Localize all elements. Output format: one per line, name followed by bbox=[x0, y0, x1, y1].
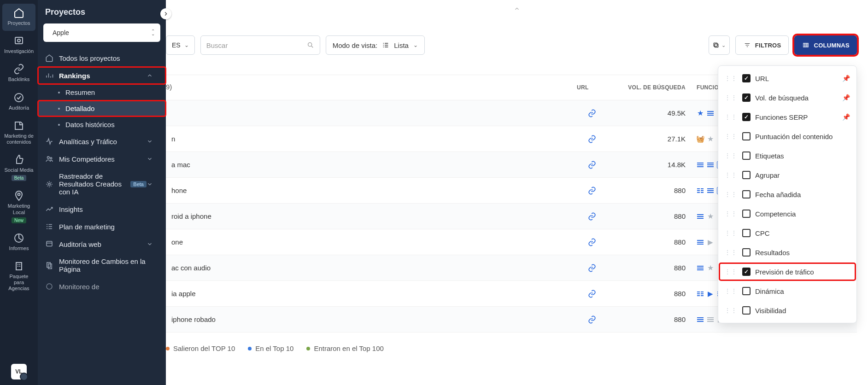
filters-button[interactable]: FILTROS bbox=[735, 35, 789, 55]
columns-button[interactable]: COLUMNAS bbox=[794, 35, 857, 55]
web-audit-icon bbox=[45, 240, 53, 248]
cell-volume: 49.5K bbox=[613, 109, 691, 117]
rail-item-auditoria[interactable]: Auditoría bbox=[2, 88, 35, 116]
drag-handle-icon[interactable]: ⋮⋮ bbox=[725, 230, 738, 236]
cell-url[interactable] bbox=[571, 109, 613, 118]
sidebar-item-auditoria-web[interactable]: Auditoría web bbox=[38, 235, 166, 253]
column-option[interactable]: ⋮⋮Visibilidad bbox=[718, 301, 856, 320]
drag-handle-icon[interactable]: ⋮⋮ bbox=[725, 114, 738, 120]
language-dropdown[interactable]: ES ⌄ bbox=[166, 35, 195, 55]
drag-handle-icon[interactable]: ⋮⋮ bbox=[725, 152, 738, 159]
sidebar-item-todos-proyectos[interactable]: Todos los proyectos bbox=[38, 49, 166, 67]
drag-handle-icon[interactable]: ⋮⋮ bbox=[725, 249, 738, 256]
rail-item-marketing-contenidos[interactable]: Marketing de contenidos bbox=[2, 117, 35, 150]
sidebar-item-rastreador-ia[interactable]: Rastreador de Resultados Creados con IA … bbox=[38, 168, 166, 200]
location-icon bbox=[13, 190, 24, 201]
sidebar-item-competidores[interactable]: Mis Competidores bbox=[38, 150, 166, 168]
sidebar-item-plan-marketing[interactable]: Plan de marketing bbox=[38, 218, 166, 235]
rail-item-paquete-agencias[interactable]: Paquete para Agencias bbox=[2, 257, 35, 297]
column-option[interactable]: ⋮⋮Puntuación del contenido bbox=[718, 127, 856, 146]
cell-volume: 880 bbox=[613, 290, 691, 298]
column-label: CPC bbox=[755, 229, 850, 237]
column-option[interactable]: ⋮⋮Fecha añadida bbox=[718, 185, 856, 204]
checkbox[interactable] bbox=[742, 152, 751, 160]
user-avatar[interactable]: VL bbox=[11, 364, 27, 379]
checkbox[interactable] bbox=[742, 210, 751, 218]
drag-handle-icon[interactable]: ⋮⋮ bbox=[725, 94, 738, 101]
cell-url[interactable] bbox=[571, 186, 613, 195]
column-option[interactable]: ⋮⋮Competencia bbox=[718, 204, 856, 223]
column-option[interactable]: ⋮⋮Vol. de búsqueda📌 bbox=[718, 88, 856, 107]
updown-icon: ⌃⌄ bbox=[151, 30, 155, 35]
search-input[interactable] bbox=[206, 41, 307, 49]
drag-handle-icon[interactable]: ⋮⋮ bbox=[725, 210, 738, 217]
sidebar-subitem-historicos[interactable]: Datos históricos bbox=[38, 117, 166, 133]
sidebar-item-monitoreo[interactable]: Monitoreo de Cambios en la Página bbox=[38, 253, 166, 278]
pin-icon[interactable]: 📌 bbox=[842, 94, 850, 101]
project-selector[interactable]: Apple ⌃⌄ bbox=[43, 23, 160, 42]
drag-handle-icon[interactable]: ⋮⋮ bbox=[725, 307, 738, 314]
cell-url[interactable] bbox=[571, 315, 613, 324]
checkbox[interactable] bbox=[742, 93, 751, 102]
cell-url[interactable] bbox=[571, 160, 613, 169]
cell-url[interactable] bbox=[571, 289, 613, 298]
drag-handle-icon[interactable]: ⋮⋮ bbox=[725, 268, 738, 275]
legend-item: En el Top 10 bbox=[248, 344, 293, 352]
column-option[interactable]: ⋮⋮Dinámica bbox=[718, 281, 856, 301]
checkbox[interactable] bbox=[742, 229, 751, 237]
viewmode-selector[interactable]: Modo de vista: Lista ⌄ bbox=[326, 35, 425, 55]
copy-button[interactable]: ⌄ bbox=[709, 35, 730, 55]
checkbox[interactable] bbox=[742, 171, 751, 179]
th-url[interactable]: URL bbox=[571, 75, 613, 100]
collapse-top-button[interactable] bbox=[512, 5, 522, 14]
column-option[interactable]: ⋮⋮Etiquetas bbox=[718, 146, 856, 165]
column-option[interactable]: ⋮⋮Previsión de tráfico bbox=[718, 262, 856, 281]
th-volume[interactable]: VOL. DE BÚSQUEDA bbox=[613, 75, 691, 100]
column-option[interactable]: ⋮⋮CPC bbox=[718, 223, 856, 243]
rail-label: Social Media bbox=[5, 167, 34, 173]
cell-url[interactable] bbox=[571, 134, 613, 144]
sidebar-subitem-resumen[interactable]: Resumen bbox=[38, 84, 166, 100]
cell-url[interactable] bbox=[571, 263, 613, 273]
pin-icon[interactable]: 📌 bbox=[842, 75, 850, 82]
cell-url[interactable] bbox=[571, 212, 613, 221]
pin-icon[interactable]: 📌 bbox=[842, 113, 850, 121]
sidebar-item-insights[interactable]: Insights bbox=[38, 200, 166, 218]
columns-dropdown: ⋮⋮URL📌⋮⋮Vol. de búsqueda📌⋮⋮Funciones SER… bbox=[718, 65, 857, 323]
cell-volume: 880 bbox=[613, 315, 691, 323]
checkbox[interactable] bbox=[742, 268, 751, 276]
rail-item-proyectos[interactable]: Proyectos bbox=[2, 4, 35, 31]
checkbox[interactable] bbox=[742, 74, 751, 82]
rail-item-backlinks[interactable]: Backlinks bbox=[2, 60, 35, 87]
checkbox[interactable] bbox=[742, 248, 751, 257]
checkbox[interactable] bbox=[742, 287, 751, 295]
checkbox[interactable] bbox=[742, 190, 751, 198]
rail-item-social-media[interactable]: Social Media Beta bbox=[2, 151, 35, 186]
rail-item-investigacion[interactable]: Investigación bbox=[2, 32, 35, 59]
checkbox[interactable] bbox=[742, 132, 751, 140]
sidebar-item-rankings[interactable]: Rankings bbox=[38, 67, 166, 84]
column-option[interactable]: ⋮⋮Resultados bbox=[718, 243, 856, 262]
sidebar-item-analiticas[interactable]: Analíticas y Tráfico bbox=[38, 133, 166, 150]
drag-handle-icon[interactable]: ⋮⋮ bbox=[725, 75, 738, 82]
link-icon bbox=[587, 315, 597, 324]
svg-point-3 bbox=[18, 193, 20, 196]
collapse-sidebar-button[interactable] bbox=[160, 8, 171, 19]
rail-item-marketing-local[interactable]: Marketing Local New bbox=[2, 187, 35, 228]
checkbox[interactable] bbox=[742, 113, 751, 121]
svg-rect-18 bbox=[807, 43, 808, 47]
column-option[interactable]: ⋮⋮Agrupar bbox=[718, 165, 856, 185]
project-name: Apple bbox=[53, 29, 151, 36]
link-icon bbox=[13, 64, 24, 75]
sidebar-item-monitoreo2[interactable]: Monitoreo de bbox=[38, 278, 166, 295]
drag-handle-icon[interactable]: ⋮⋮ bbox=[725, 133, 738, 140]
cell-url[interactable] bbox=[571, 238, 613, 247]
checkbox[interactable] bbox=[742, 306, 751, 315]
sidebar-subitem-detallado[interactable]: Detallado bbox=[38, 100, 166, 117]
drag-handle-icon[interactable]: ⋮⋮ bbox=[725, 288, 738, 294]
rail-item-informes[interactable]: Informes bbox=[2, 229, 35, 256]
drag-handle-icon[interactable]: ⋮⋮ bbox=[725, 172, 738, 178]
column-option[interactable]: ⋮⋮Funciones SERP📌 bbox=[718, 107, 856, 127]
drag-handle-icon[interactable]: ⋮⋮ bbox=[725, 191, 738, 198]
column-option[interactable]: ⋮⋮URL📌 bbox=[718, 69, 856, 88]
